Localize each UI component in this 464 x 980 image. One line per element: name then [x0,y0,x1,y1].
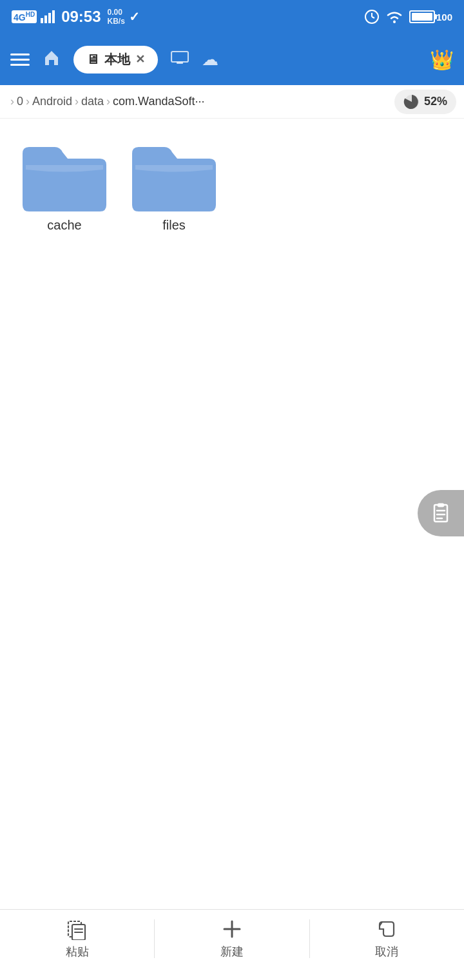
bottom-toolbar: 粘贴 新建 取消 [0,909,464,980]
disk-usage-percent: 52% [424,95,447,108]
svg-line-6 [372,17,374,18]
hamburger-menu[interactable] [10,54,30,66]
folder-cache-icon [23,141,106,211]
battery-percent: 100 [436,12,452,23]
battery-indicator: 100 [409,10,452,23]
status-left: 4GHD 09:53 0.00 KB/s ✓ [12,8,140,26]
crown-icon[interactable]: 👑 [430,48,454,71]
new-label: 新建 [220,944,244,959]
signal-type: 4GHD [12,10,37,23]
home-icon[interactable] [43,48,61,71]
toolbar-divider-1 [154,919,155,958]
file-grid: cache files [0,119,464,909]
second-tab-icon[interactable] [171,50,189,70]
breadcrumb-root[interactable]: 0 [17,95,23,108]
breadcrumb-data[interactable]: data [81,95,104,108]
disk-usage-chart [403,93,420,110]
status-time: 09:53 [61,8,101,26]
clipboard-icon [430,502,452,524]
svg-rect-0 [41,18,43,23]
new-button[interactable]: 新建 [180,918,284,959]
toolbar-divider-2 [309,919,310,958]
breadcrumb-current[interactable]: com.WandaSoft··· [113,95,204,108]
status-right: 100 [364,9,452,24]
cloud-icon[interactable]: ☁ [202,50,218,70]
cancel-button[interactable]: 取消 [335,918,438,959]
folder-cache[interactable]: cache [13,134,116,239]
close-tab-icon[interactable]: ✕ [135,52,145,66]
nav-left: 🖥 本地 ✕ ☁ [10,46,218,74]
nav-bar: 🖥 本地 ✕ ☁ 👑 [0,34,464,85]
disk-usage: 52% [394,90,456,114]
clock-icon [364,9,380,24]
folder-files[interactable]: files [122,134,226,239]
cancel-icon [376,918,398,940]
signal-bars-icon [41,10,55,23]
svg-point-7 [393,21,396,23]
local-tab[interactable]: 🖥 本地 ✕ [73,46,158,74]
breadcrumb: › 0 › Android › data › com.WandaSoft··· … [0,85,464,119]
folder-files-icon [132,141,216,211]
breadcrumb-android[interactable]: Android [32,95,72,108]
local-tab-label: 本地 [104,51,130,68]
folder-cache-label: cache [47,218,81,233]
breadcrumb-root-sep: › [10,95,14,108]
svg-rect-9 [177,62,183,64]
wifi-icon [386,10,403,24]
status-bar: 4GHD 09:53 0.00 KB/s ✓ [0,0,464,34]
svg-rect-12 [438,504,444,507]
new-icon [221,918,243,940]
svg-rect-8 [171,52,188,62]
check-icon: ✓ [129,9,140,24]
fab-clipboard[interactable] [418,490,464,536]
paste-label: 粘贴 [66,944,89,959]
cancel-label: 取消 [375,944,398,959]
status-speed: 0.00 KB/s [108,8,125,26]
paste-button[interactable]: 粘贴 [26,918,129,959]
svg-rect-3 [52,10,55,23]
paste-icon [66,918,88,940]
folder-files-label: files [162,218,186,233]
svg-rect-2 [48,13,51,23]
svg-rect-1 [44,15,47,23]
local-tab-icon: 🖥 [86,52,99,67]
